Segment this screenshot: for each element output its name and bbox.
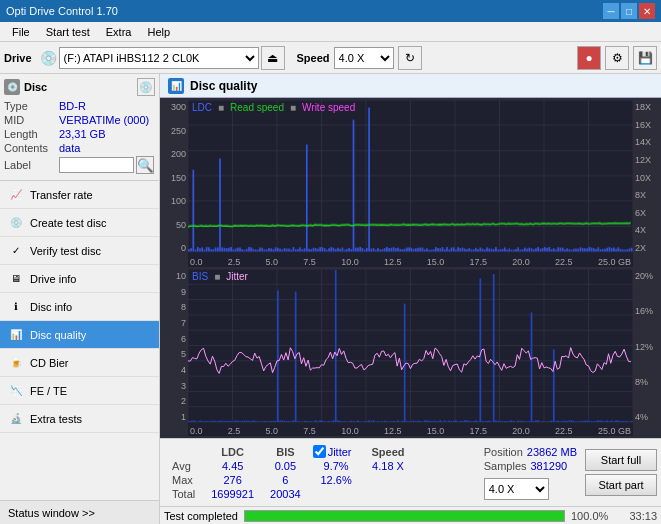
sidebar-item-cd-bier[interactable]: 🍺 CD Bier <box>0 349 159 377</box>
start-full-button[interactable]: Start full <box>585 449 657 471</box>
nav-label-drive-info: Drive info <box>30 273 76 285</box>
save-button[interactable]: 💾 <box>633 46 657 70</box>
samples-value: 381290 <box>531 460 568 472</box>
transfer-rate-icon: 📈 <box>8 187 24 203</box>
jitter-checkbox[interactable] <box>313 445 326 458</box>
disc-icon-button[interactable]: 💿 <box>137 78 155 96</box>
menu-start-test[interactable]: Start test <box>38 24 98 40</box>
start-part-button[interactable]: Start part <box>585 474 657 496</box>
disc-panel: 💿 Disc 💿 Type BD-R MID VERBATIMe (000) L… <box>0 74 159 181</box>
disc-mid-label: MID <box>4 114 59 126</box>
disc-label-input[interactable] <box>59 157 134 173</box>
total-ldc: 1699921 <box>203 487 262 501</box>
disc-mid-row: MID VERBATIMe (000) <box>4 114 155 126</box>
bis-chart-inner: BIS ■ Jitter 0.0 2.5 5.0 7.5 10.0 12.5 1… <box>188 269 633 436</box>
avg-ldc: 4.45 <box>203 459 262 473</box>
disc-contents-label: Contents <box>4 142 59 154</box>
verify-test-disc-icon: ✓ <box>8 243 24 259</box>
speed-info: Position 23862 MB Samples 381290 4.0 X <box>484 446 577 500</box>
sidebar-item-drive-info[interactable]: 🖥 Drive info <box>0 265 159 293</box>
menubar: File Start test Extra Help <box>0 22 661 42</box>
max-bis: 6 <box>262 473 309 487</box>
fe-te-icon: 📉 <box>8 383 24 399</box>
drive-icon: 💿 <box>40 50 57 66</box>
jitter-checkbox-label: Jitter <box>328 446 352 458</box>
maximize-button[interactable]: □ <box>621 3 637 19</box>
nav-label-transfer-rate: Transfer rate <box>30 189 93 201</box>
disc-quality-icon: 📊 <box>8 327 24 343</box>
disc-quality-panel-icon: 📊 <box>168 78 184 94</box>
sidebar-item-extra-tests[interactable]: 🔬 Extra tests <box>0 405 159 433</box>
disc-length-label: Length <box>4 128 59 140</box>
status-window-label: Status window >> <box>8 507 95 519</box>
nav-label-verify-test-disc: Verify test disc <box>30 245 101 257</box>
sidebar-item-fe-te[interactable]: 📉 FE / TE <box>0 377 159 405</box>
nav-label-disc-info: Disc info <box>30 301 72 313</box>
legend-read: Read speed <box>230 102 284 113</box>
sidebar-item-disc-info[interactable]: ℹ Disc info <box>0 293 159 321</box>
disc-label-row: Label 🔍 <box>4 156 155 174</box>
bis-y-axis-left: 10 9 8 7 6 5 4 3 2 1 <box>162 269 188 436</box>
ldc-x-axis: 0.0 2.5 5.0 7.5 10.0 12.5 15.0 17.5 20.0… <box>188 257 633 267</box>
progress-percent: 100.0% <box>571 510 611 522</box>
avg-speed: 4.18 X <box>364 459 413 473</box>
close-button[interactable]: ✕ <box>639 3 655 19</box>
avg-jitter: 9.7% <box>309 459 364 473</box>
legend-jitter: Jitter <box>226 271 248 282</box>
legend-ldc: LDC <box>192 102 212 113</box>
progress-time: 33:13 <box>617 510 657 522</box>
disc-info-icon: ℹ <box>8 299 24 315</box>
samples-label: Samples <box>484 460 527 472</box>
status-window-button[interactable]: Status window >> <box>0 500 159 524</box>
disc-contents-value: data <box>59 142 155 154</box>
col-header-bis: BIS <box>262 445 309 459</box>
position-row: Position 23862 MB <box>484 446 577 458</box>
bis-canvas <box>188 269 633 436</box>
col-header-empty <box>164 445 203 459</box>
disc-contents-row: Contents data <box>4 142 155 154</box>
position-value: 23862 MB <box>527 446 577 458</box>
charts-area: 300 250 200 150 100 50 0 LDC ■ Read spee… <box>160 98 661 438</box>
disc-mid-value: VERBATIMe (000) <box>59 114 155 126</box>
speed-select[interactable]: 4.0 X <box>334 47 394 69</box>
ldc-canvas <box>188 100 633 267</box>
extra-tests-icon: 🔬 <box>8 411 24 427</box>
jitter-checkbox-row: Jitter <box>313 445 352 458</box>
speed-label: Speed <box>297 52 330 64</box>
start-buttons: Start full Start part <box>585 449 657 496</box>
legend-bis: BIS <box>192 271 208 282</box>
bis-y-axis-right: 20% 16% 12% 8% 4% <box>633 269 659 436</box>
progress-bar-fill <box>245 511 564 521</box>
bis-legend: BIS ■ Jitter <box>192 271 248 282</box>
legend-write: Write speed <box>302 102 355 113</box>
disc-quality-title: Disc quality <box>190 79 257 93</box>
menu-file[interactable]: File <box>4 24 38 40</box>
disc-quality-header: 📊 Disc quality <box>160 74 661 98</box>
window-controls: ─ □ ✕ <box>603 3 655 19</box>
position-label: Position <box>484 446 523 458</box>
disc-length-value: 23,31 GB <box>59 128 155 140</box>
menu-extra[interactable]: Extra <box>98 24 140 40</box>
status-text: Test completed <box>164 510 238 522</box>
disc-type-row: Type BD-R <box>4 100 155 112</box>
drive-select[interactable]: (F:) ATAPI iHBS112 2 CL0K <box>59 47 259 69</box>
eject-button[interactable]: ⏏ <box>261 46 285 70</box>
ldc-chart-wrapper: 300 250 200 150 100 50 0 LDC ■ Read spee… <box>162 100 659 267</box>
nav-items: 📈 Transfer rate 💿 Create test disc ✓ Ver… <box>0 181 159 500</box>
disc-label-label: Label <box>4 159 59 171</box>
sidebar-item-verify-test-disc[interactable]: ✓ Verify test disc <box>0 237 159 265</box>
sidebar-item-disc-quality[interactable]: 📊 Disc quality <box>0 321 159 349</box>
menu-help[interactable]: Help <box>139 24 178 40</box>
max-ldc: 276 <box>203 473 262 487</box>
record-button[interactable]: ● <box>577 46 601 70</box>
disc-label-button[interactable]: 🔍 <box>136 156 154 174</box>
refresh-button[interactable]: ↻ <box>398 46 422 70</box>
sidebar-item-transfer-rate[interactable]: 📈 Transfer rate <box>0 181 159 209</box>
sidebar-item-create-test-disc[interactable]: 💿 Create test disc <box>0 209 159 237</box>
speed-select-stats[interactable]: 4.0 X <box>484 478 549 500</box>
stats-row: LDC BIS Jitter Speed Avg 4.45 <box>160 438 661 506</box>
nav-label-disc-quality: Disc quality <box>30 329 86 341</box>
settings-button[interactable]: ⚙ <box>605 46 629 70</box>
minimize-button[interactable]: ─ <box>603 3 619 19</box>
bis-chart-wrapper: 10 9 8 7 6 5 4 3 2 1 BIS ■ Jitter <box>162 269 659 436</box>
